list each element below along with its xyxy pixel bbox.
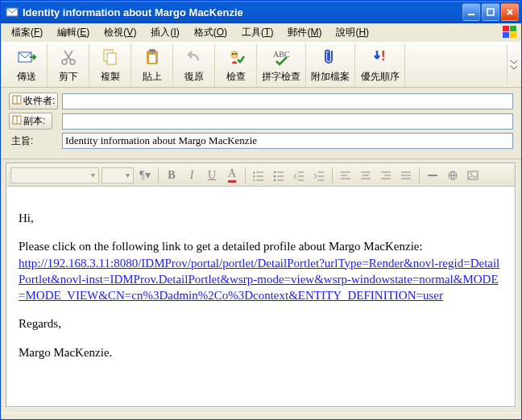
address-book-icon	[12, 95, 22, 107]
svg-point-19	[230, 51, 238, 59]
window-controls	[462, 3, 519, 21]
main-toolbar: 傳送 剪下 複製 貼上 復原 檢查 ABC 拼字檢查 附加檔案	[1, 43, 521, 88]
body-regards: Regards,	[19, 315, 503, 331]
editor: ▾ ▾ ¶▾ B I U A 123 Hi, Please click on	[6, 163, 516, 408]
copy-button[interactable]: 複製	[89, 43, 131, 87]
undo-button[interactable]: 復原	[173, 43, 215, 87]
message-body[interactable]: Hi, Please click on the following link t…	[7, 187, 515, 406]
svg-text:!: !	[381, 49, 385, 63]
windows-logo-icon	[502, 25, 518, 39]
header-fields: 收件者: 副本: 主旨:	[1, 88, 521, 159]
cc-input[interactable]	[62, 113, 513, 130]
cc-button[interactable]: 副本:	[9, 113, 52, 130]
body-greeting: Hi,	[19, 210, 503, 226]
menu-view[interactable]: 檢視(V)	[97, 23, 143, 42]
window-title: Identity information about Margo MacKenz…	[23, 6, 462, 19]
menu-help[interactable]: 說明(H)	[329, 23, 376, 42]
font-size-select[interactable]: ▾	[102, 167, 134, 183]
svg-rect-5	[503, 26, 509, 31]
svg-text:ABC: ABC	[273, 50, 290, 59]
align-left-button[interactable]	[337, 167, 354, 184]
to-input[interactable]	[62, 93, 513, 109]
outdent-button[interactable]	[290, 167, 308, 184]
italic-button[interactable]: I	[183, 167, 201, 184]
menubar: 檔案(F) 編輯(E) 檢視(V) 插入(I) 格式(O) 工具(T) 郵件(M…	[1, 23, 521, 43]
svg-rect-15	[107, 53, 116, 64]
insert-image-button[interactable]	[464, 167, 482, 184]
paragraph-style-button[interactable]: ¶▾	[136, 167, 154, 184]
font-family-select[interactable]: ▾	[10, 167, 99, 183]
close-button[interactable]	[501, 3, 519, 21]
indent-button[interactable]	[310, 167, 328, 184]
toolbar-overflow[interactable]	[507, 45, 520, 85]
attach-button[interactable]: 附加檔案	[306, 43, 355, 87]
subject-input[interactable]	[62, 133, 513, 149]
compose-window: Identity information about Margo MacKenz…	[0, 0, 522, 420]
menu-mail[interactable]: 郵件(M)	[280, 23, 329, 42]
svg-point-36	[274, 175, 276, 177]
font-color-button[interactable]: A	[223, 167, 241, 184]
insert-hr-button[interactable]	[424, 167, 441, 184]
svg-rect-6	[510, 26, 516, 31]
numbered-list-button[interactable]: 123	[250, 167, 267, 184]
svg-rect-8	[510, 32, 516, 38]
bullet-list-button[interactable]	[270, 167, 288, 184]
cut-button[interactable]: 剪下	[48, 43, 89, 87]
svg-rect-1	[468, 14, 474, 15]
svg-point-38	[274, 179, 276, 180]
maximize-button[interactable]	[482, 3, 499, 21]
svg-text:3: 3	[253, 179, 255, 181]
menu-edit[interactable]: 編輯(E)	[50, 23, 97, 42]
insert-link-button[interactable]	[444, 167, 462, 184]
underline-button[interactable]: U	[203, 167, 221, 184]
menu-insert[interactable]: 插入(I)	[143, 23, 186, 42]
check-button[interactable]: 檢查	[215, 43, 257, 87]
svg-rect-17	[149, 49, 155, 52]
svg-rect-18	[149, 55, 155, 63]
bold-button[interactable]: B	[163, 167, 180, 184]
svg-point-20	[232, 53, 234, 55]
align-center-button[interactable]	[357, 167, 375, 184]
minimize-button[interactable]	[462, 3, 480, 21]
menu-tools[interactable]: 工具(T)	[234, 23, 280, 42]
align-right-button[interactable]	[377, 167, 395, 184]
spell-check-button[interactable]: ABC 拼字檢查	[257, 43, 306, 87]
priority-button[interactable]: ! 優先順序	[355, 43, 405, 87]
menu-format[interactable]: 格式(O)	[187, 23, 234, 42]
to-button[interactable]: 收件者:	[9, 93, 58, 109]
svg-rect-2	[487, 9, 494, 15]
menu-file[interactable]: 檔案(F)	[4, 23, 50, 42]
svg-point-21	[235, 53, 237, 55]
app-icon	[6, 6, 19, 19]
send-button[interactable]: 傳送	[6, 43, 48, 87]
format-toolbar: ▾ ▾ ¶▾ B I U A 123	[7, 164, 515, 187]
paste-button[interactable]: 貼上	[131, 43, 173, 87]
address-book-icon	[12, 115, 22, 127]
svg-rect-7	[503, 32, 509, 38]
body-signature: Margo MacKenzie.	[19, 344, 503, 360]
subject-label: 主旨:	[9, 134, 33, 148]
profile-link[interactable]: http://192.168.3.11:8080/IDMProv/portal/…	[19, 257, 499, 303]
svg-point-34	[274, 171, 276, 173]
body-intro: Please click on the following link to ge…	[19, 238, 503, 303]
svg-point-63	[470, 173, 472, 175]
align-justify-button[interactable]	[397, 167, 415, 184]
statusbar	[1, 413, 521, 419]
titlebar: Identity information about Margo MacKenz…	[1, 1, 521, 23]
